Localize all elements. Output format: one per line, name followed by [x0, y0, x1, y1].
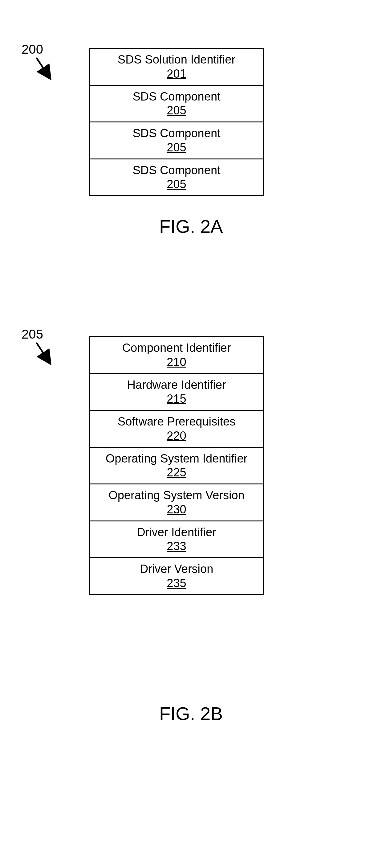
fig2a-callout-arrow [33, 56, 55, 84]
fig2b-row-1-label: Hardware Identifier [93, 378, 260, 393]
fig2b-row-5: Driver Identifier 233 [90, 521, 263, 557]
fig2b-row-3-label: Operating System Identifier [93, 452, 260, 466]
fig2a-row-3-label: SDS Component [93, 163, 260, 178]
fig2b-row-6-label: Driver Version [93, 562, 260, 577]
fig2b-row-6: Driver Version 235 [90, 557, 263, 594]
fig2b-row-2: Software Prerequisites 220 [90, 410, 263, 447]
fig2b-row-6-num: 235 [93, 577, 260, 590]
fig2b-caption: FIG. 2B [0, 703, 382, 724]
fig2b-callout-arrow [33, 341, 55, 369]
fig2b-callout-number: 205 [22, 327, 43, 342]
fig2a-row-2: SDS Component 205 [90, 122, 263, 158]
fig2a-row-2-label: SDS Component [93, 126, 260, 141]
fig2a-row-2-num: 205 [93, 141, 260, 154]
fig2a-row-1-num: 205 [93, 104, 260, 117]
fig2b-row-4-num: 230 [93, 503, 260, 516]
fig2b-row-2-label: Software Prerequisites [93, 414, 260, 429]
fig2b-row-4: Operating System Version 230 [90, 484, 263, 521]
fig2b-row-3: Operating System Identifier 225 [90, 447, 263, 484]
fig2b-row-3-num: 225 [93, 466, 260, 479]
fig2a-row-0-label: SDS Solution Identifier [93, 53, 260, 67]
fig2a-row-1: SDS Component 205 [90, 85, 263, 122]
fig2a-row-0-num: 201 [93, 67, 260, 81]
fig2b-row-5-num: 233 [93, 539, 260, 553]
fig2b-table: Component Identifier 210 Hardware Identi… [89, 336, 264, 595]
fig2a-row-0: SDS Solution Identifier 201 [90, 49, 263, 85]
svg-line-1 [36, 58, 48, 75]
fig2b-row-2-num: 220 [93, 429, 260, 442]
svg-line-3 [36, 343, 48, 360]
fig2a-callout-number: 200 [22, 42, 43, 57]
fig2b-row-0: Component Identifier 210 [90, 337, 263, 373]
fig2a-caption: FIG. 2A [0, 216, 382, 237]
fig2b-row-4-label: Operating System Version [93, 488, 260, 503]
fig2a-row-1-label: SDS Component [93, 89, 260, 104]
fig2b-row-1: Hardware Identifier 215 [90, 373, 263, 410]
fig2b-row-0-label: Component Identifier [93, 341, 260, 355]
fig2b-row-1-num: 215 [93, 392, 260, 405]
page: 200 SDS Solution Identifier 201 SDS Comp… [0, 0, 382, 868]
fig2a-table: SDS Solution Identifier 201 SDS Componen… [89, 48, 264, 196]
fig2a-row-3: SDS Component 205 [90, 158, 263, 195]
fig2a-row-3-num: 205 [93, 178, 260, 191]
fig2b-row-5-label: Driver Identifier [93, 525, 260, 540]
fig2b-row-0-num: 210 [93, 355, 260, 369]
